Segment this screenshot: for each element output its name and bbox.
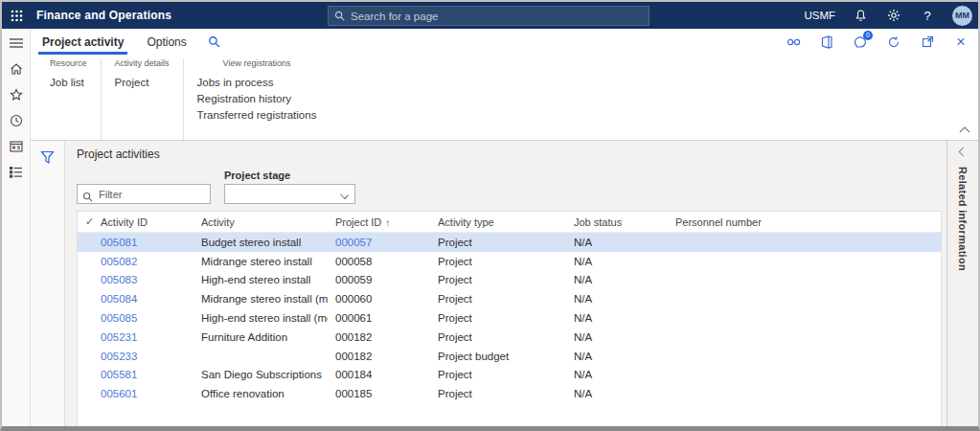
table-row[interactable]: 005231Furniture Addition000182ProjectN/A bbox=[78, 328, 941, 347]
cell-id[interactable]: 005083 bbox=[93, 274, 194, 285]
filter-funnel-icon[interactable] bbox=[40, 150, 55, 426]
cell-activity[interactable]: San Diego Subscriptions bbox=[194, 369, 328, 380]
column-header-project-id[interactable]: Project ID↑ bbox=[328, 216, 430, 228]
cell-project[interactable]: 000182 bbox=[328, 331, 430, 343]
project-stage-dropdown[interactable] bbox=[224, 184, 355, 204]
cell-id[interactable]: 005581 bbox=[93, 369, 194, 380]
messages-icon[interactable]: 0 bbox=[853, 34, 868, 50]
cell-project[interactable]: 000061 bbox=[328, 312, 430, 324]
workspaces-icon[interactable] bbox=[9, 139, 24, 154]
tab-options[interactable]: Options bbox=[135, 29, 197, 55]
cell-type[interactable]: Project bbox=[430, 256, 566, 267]
cell-id[interactable]: 005082 bbox=[93, 256, 194, 267]
column-header-personnel-number[interactable]: Personnel number bbox=[668, 216, 763, 228]
ribbon-item-transferred-registrations[interactable]: Transferred registrations bbox=[197, 109, 317, 121]
cell-status[interactable]: N/A bbox=[566, 237, 668, 248]
cell-status[interactable]: N/A bbox=[566, 274, 668, 285]
select-all-checkmark[interactable]: ✓ bbox=[78, 216, 93, 228]
cell-project[interactable]: 000057 bbox=[328, 237, 430, 248]
tab-project-activity[interactable]: Project activity bbox=[31, 29, 135, 55]
cell-project[interactable]: 000060 bbox=[328, 293, 430, 305]
home-icon[interactable] bbox=[9, 61, 24, 77]
cell-status[interactable]: N/A bbox=[566, 331, 668, 343]
table-row[interactable]: 005081Budget stereo install000057Project… bbox=[78, 233, 941, 252]
cell-status[interactable]: N/A bbox=[566, 256, 668, 267]
table-row[interactable]: 005601Office renovation000185ProjectN/A bbox=[78, 384, 941, 403]
table-row[interactable]: 005085High-end stereo install (mobile)00… bbox=[78, 308, 941, 328]
cell-activity[interactable]: Midrange stereo install (mobile) bbox=[194, 293, 328, 305]
cell-id[interactable]: 005084 bbox=[93, 293, 194, 305]
ribbon-item-registration-history[interactable]: Registration history bbox=[197, 93, 317, 104]
cell-activity[interactable]: Midrange stereo install bbox=[194, 256, 328, 267]
cell-status[interactable]: N/A bbox=[566, 369, 668, 380]
cell-activity[interactable]: High-end stereo install (mobile) bbox=[194, 312, 328, 324]
cell-type[interactable]: Project bbox=[430, 274, 566, 285]
cell-id[interactable]: 005081 bbox=[93, 237, 194, 248]
cell-project[interactable]: 000185 bbox=[328, 388, 430, 399]
cell-id[interactable]: 005231 bbox=[93, 331, 194, 343]
cell-status[interactable]: N/A bbox=[566, 351, 668, 362]
cell-activity[interactable]: Office renovation bbox=[194, 388, 328, 399]
user-avatar[interactable]: MM bbox=[952, 6, 972, 26]
office-apps-icon[interactable] bbox=[819, 34, 834, 50]
favorites-star-icon[interactable] bbox=[9, 87, 24, 102]
cell-id[interactable]: 005233 bbox=[93, 351, 194, 362]
page-search-input[interactable] bbox=[351, 11, 643, 22]
hamburger-menu-icon[interactable] bbox=[9, 35, 24, 51]
ribbon-item-jobs-in-process[interactable]: Jobs in process bbox=[197, 77, 317, 88]
recent-clock-icon[interactable] bbox=[9, 113, 24, 128]
chevron-left-icon bbox=[958, 147, 968, 157]
cell-type[interactable]: Project bbox=[430, 331, 566, 343]
cell-activity[interactable]: Budget stereo install bbox=[194, 237, 328, 248]
search-icon bbox=[82, 189, 93, 206]
cell-type[interactable]: Project bbox=[430, 237, 566, 248]
action-search-icon[interactable] bbox=[208, 35, 220, 48]
help-icon[interactable]: ? bbox=[919, 7, 936, 24]
cell-id[interactable]: 005085 bbox=[93, 312, 194, 324]
column-header-activity-type[interactable]: Activity type bbox=[430, 216, 566, 228]
table-row[interactable]: 005082Midrange stereo install000058Proje… bbox=[78, 252, 941, 271]
table-row[interactable]: 005084Midrange stereo install (mobile)00… bbox=[78, 289, 941, 308]
cell-project[interactable]: 000184 bbox=[328, 369, 430, 380]
open-in-new-window-icon[interactable] bbox=[920, 34, 935, 50]
top-navigation-bar: Finance and Operations USMF bbox=[2, 2, 978, 29]
cell-project[interactable]: 000182 bbox=[328, 351, 430, 362]
message-count-badge: 0 bbox=[863, 31, 873, 40]
grid-filter-input[interactable] bbox=[77, 184, 211, 204]
cell-status[interactable]: N/A bbox=[566, 388, 668, 399]
cell-activity[interactable]: Furniture Addition bbox=[194, 331, 328, 343]
app-title: Finance and Operations bbox=[36, 9, 171, 22]
cell-type[interactable]: Project budget bbox=[430, 351, 566, 362]
cell-type[interactable]: Project bbox=[430, 312, 566, 324]
cell-project[interactable]: 000058 bbox=[328, 256, 430, 267]
related-information-label: Related information bbox=[957, 167, 969, 271]
table-row[interactable]: 005233000182Project budgetN/A bbox=[78, 347, 941, 366]
cell-activity[interactable]: High-end stereo install bbox=[194, 274, 328, 285]
ribbon-item-project[interactable]: Project bbox=[115, 77, 170, 88]
app-launcher-waffle-icon[interactable] bbox=[2, 2, 31, 29]
table-row[interactable]: 005581San Diego Subscriptions000184Proje… bbox=[78, 366, 941, 385]
cell-type[interactable]: Project bbox=[430, 293, 566, 305]
cell-id[interactable]: 005601 bbox=[93, 388, 194, 399]
ribbon-item-job-list[interactable]: Job list bbox=[50, 77, 87, 88]
column-header-job-status[interactable]: Job status bbox=[566, 216, 668, 228]
refresh-icon[interactable] bbox=[886, 34, 901, 50]
attachments-icon[interactable] bbox=[786, 34, 801, 50]
cell-project[interactable]: 000059 bbox=[328, 274, 430, 285]
grid-filter-box[interactable] bbox=[77, 184, 211, 204]
notifications-bell-icon[interactable] bbox=[852, 7, 869, 24]
modules-list-icon[interactable] bbox=[9, 165, 24, 180]
cell-type[interactable]: Project bbox=[430, 369, 566, 380]
table-row[interactable]: 005083High-end stereo install000059Proje… bbox=[78, 271, 941, 290]
page-search-box[interactable] bbox=[328, 6, 650, 26]
company-selector[interactable]: USMF bbox=[804, 10, 835, 21]
column-header-activity-id[interactable]: Activity ID bbox=[93, 216, 194, 228]
cell-status[interactable]: N/A bbox=[566, 312, 668, 324]
collapse-action-pane-icon[interactable] bbox=[959, 120, 970, 137]
related-information-panel[interactable]: Related information bbox=[946, 141, 978, 426]
settings-gear-icon[interactable] bbox=[885, 7, 902, 24]
close-icon[interactable]: × bbox=[953, 34, 969, 50]
column-header-activity[interactable]: Activity bbox=[194, 216, 328, 228]
cell-status[interactable]: N/A bbox=[566, 293, 668, 305]
cell-type[interactable]: Project bbox=[430, 388, 566, 399]
